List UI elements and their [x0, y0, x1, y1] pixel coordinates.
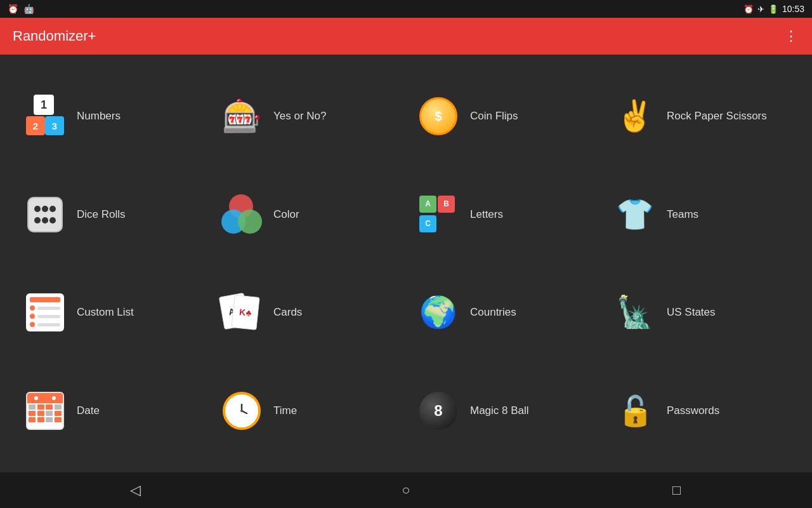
- date-label: Date: [77, 404, 100, 417]
- rps-icon: ✌️: [612, 93, 658, 139]
- calendar-icon-graphic: [26, 392, 64, 430]
- numbers-label: Numbers: [77, 110, 121, 123]
- grid-item-cards[interactable]: A♠ K♣ Cards: [209, 264, 406, 362]
- grid-item-teams[interactable]: 👕 Teams: [603, 166, 799, 264]
- dice-rolls-label: Dice Rolls: [77, 208, 126, 221]
- grid-item-numbers[interactable]: 1 2 3 Numbers: [13, 67, 209, 166]
- status-bar: ⏰ 🤖 ⏰ ✈ 🔋 10:53: [0, 0, 812, 18]
- us-states-icon: 🗽: [612, 290, 658, 335]
- numbers-icon: 1 2 3: [22, 93, 68, 139]
- cards-label: Cards: [273, 306, 302, 319]
- back-button[interactable]: ◁: [116, 478, 154, 503]
- cards-icon: A♠ K♣: [219, 290, 265, 335]
- status-time: 10:53: [782, 4, 804, 14]
- countries-label: Countries: [470, 306, 516, 319]
- recent-button[interactable]: □: [658, 478, 696, 503]
- svg-point-2: [240, 410, 243, 412]
- lock-icon-graphic: 🔓: [617, 394, 653, 428]
- coin-icon: $: [419, 97, 457, 135]
- date-icon: [22, 388, 68, 434]
- magic-ball-graphic: 8: [419, 392, 457, 430]
- grid-item-color[interactable]: Color: [209, 166, 406, 264]
- yes-or-no-label: Yes or No?: [273, 110, 326, 123]
- custom-list-icon: [22, 290, 68, 335]
- abc-blocks-icon: A B C: [419, 196, 457, 234]
- countries-icon: 🌍: [416, 290, 461, 335]
- passwords-icon: 🔓: [612, 388, 658, 434]
- grid-item-letters[interactable]: A B C Letters: [406, 166, 603, 264]
- letters-icon: A B C: [416, 192, 461, 237]
- rps-label: Rock Paper Scissors: [667, 110, 767, 123]
- grid-item-yes-or-no[interactable]: 🎰 Yes or No?: [209, 67, 406, 166]
- grid: 1 2 3 Numbers 🎰 Yes or No? $ Coin Flips: [0, 61, 812, 466]
- color-icon: [219, 192, 265, 237]
- custom-list-label: Custom List: [77, 306, 134, 319]
- app-title: Randomizer+: [13, 28, 96, 44]
- status-icon-2: 🤖: [23, 4, 34, 14]
- grid-item-date[interactable]: Date: [13, 362, 209, 460]
- yes-or-no-icon: 🎰: [219, 93, 265, 139]
- list-icon-graphic: [26, 293, 64, 331]
- teams-label: Teams: [667, 208, 698, 221]
- coin-flips-label: Coin Flips: [470, 110, 518, 123]
- grid-item-us-states[interactable]: 🗽 US States: [603, 264, 799, 362]
- status-icon-1: ⏰: [8, 4, 18, 14]
- grid-item-dice-rolls[interactable]: Dice Rolls: [13, 166, 209, 264]
- coin-flips-icon: $: [416, 93, 461, 139]
- us-states-label: US States: [667, 306, 716, 319]
- main-content: 1 2 3 Numbers 🎰 Yes or No? $ Coin Flips: [0, 55, 812, 472]
- grid-item-custom-list[interactable]: Custom List: [13, 264, 209, 362]
- home-button[interactable]: ○: [387, 478, 425, 503]
- color-label: Color: [273, 208, 299, 221]
- passwords-label: Passwords: [667, 404, 719, 417]
- time-icon: [219, 388, 265, 434]
- menu-button[interactable]: ⋮: [784, 28, 799, 44]
- status-right: ⏰ ✈ 🔋 10:53: [743, 4, 804, 14]
- letters-label: Letters: [470, 208, 503, 221]
- grid-item-passwords[interactable]: 🔓 Passwords: [603, 362, 799, 460]
- time-label: Time: [273, 404, 297, 417]
- grid-item-time[interactable]: Time: [209, 362, 406, 460]
- battery-icon: 🔋: [768, 4, 778, 14]
- magic8-icon: 8: [416, 388, 461, 434]
- clock-icon-graphic: [223, 392, 261, 430]
- grid-item-coin-flips[interactable]: $ Coin Flips: [406, 67, 603, 166]
- grid-item-rps[interactable]: ✌️ Rock Paper Scissors: [603, 67, 799, 166]
- nav-bar: ◁ ○ □: [0, 472, 812, 508]
- app-bar: Randomizer+ ⋮: [0, 18, 812, 55]
- wifi-icon: ✈: [757, 4, 764, 14]
- dice-rolls-icon: [22, 192, 68, 237]
- alarm-icon: ⏰: [743, 4, 754, 14]
- grid-item-magic8[interactable]: 8 Magic 8 Ball: [406, 362, 603, 460]
- color-circles-icon: [221, 194, 262, 235]
- dice-icon: [27, 197, 63, 232]
- grid-item-countries[interactable]: 🌍 Countries: [406, 264, 603, 362]
- magic8-label: Magic 8 Ball: [470, 404, 529, 417]
- status-left: ⏰ 🤖: [8, 4, 34, 14]
- teams-icon: 👕: [612, 192, 658, 237]
